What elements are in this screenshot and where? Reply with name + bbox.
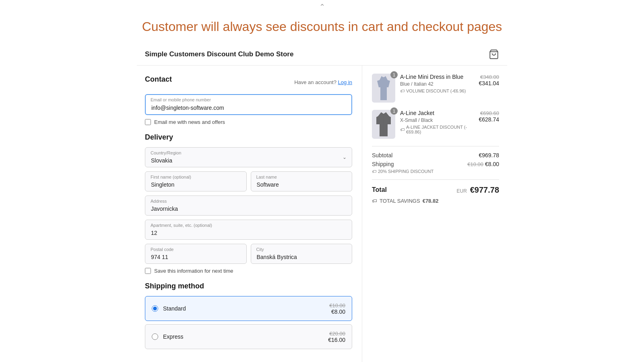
newsletter-checkbox[interactable] [145,119,151,125]
item-2-variant: X-Small / Black [400,117,474,123]
item-2-badge: 1 [390,107,398,115]
item-1-discounted-price: €341.04 [479,80,499,86]
shipping-method-title: Shipping method [145,282,352,290]
postal-city-row: Postal code City [145,244,352,264]
last-name-input[interactable] [251,171,353,191]
savings-label: TOTAL SAVINGS [380,198,420,204]
newsletter-label: Email me with news and offers [154,119,225,125]
shipping-prices-express: €20.00 €16.00 [328,330,345,343]
store-title: Simple Customers Discount Club Demo Stor… [145,50,293,58]
page-headline: Customer will always see discounts in ca… [0,11,644,45]
contact-title: Contact [145,75,172,84]
save-info-checkbox[interactable] [145,268,151,274]
item-2-discount: 🏷 A-LINE JACKET DISCOUNT (-€69.86) [400,125,474,134]
shipping-discounted-standard: €8.00 [329,309,345,315]
country-select[interactable]: Slovakia [145,147,352,167]
savings-row: 🏷 TOTAL SAVINGS €78.82 [372,198,499,204]
savings-icon: 🏷 [372,198,377,204]
save-info-label: Save this information for next time [154,268,233,274]
shipping-radio-express[interactable] [152,333,158,340]
discount-icon-2: 🏷 [400,127,405,132]
item-1-original-price: €348.00 [480,74,499,80]
jacket-icon [376,111,392,137]
divider-1 [372,146,499,146]
shipping-radio-standard[interactable] [152,305,158,312]
item-2-image-wrap: 1 [372,110,395,139]
address-field-group: Address [145,195,352,216]
divider-2 [372,179,499,180]
apt-field-group: Apartment, suite, etc. (optional) [145,220,352,240]
discount-icon-1: 🏷 [400,88,405,93]
email-input[interactable] [145,94,352,115]
postal-field-group: Postal code [145,244,247,264]
city-input[interactable] [251,244,353,264]
shipping-value-group: €10.00 €8.00 [467,161,499,167]
log-in-link[interactable]: Log in [338,79,352,85]
city-field-group: City [251,244,353,264]
shipping-summary-row: Shipping €10.00 €8.00 [372,161,499,167]
newsletter-checkbox-row: Email me with news and offers [145,119,352,125]
email-field-group: Email or mobile phone number [145,94,352,115]
dress-icon [376,75,392,101]
shipping-option-express[interactable]: Express €20.00 €16.00 [145,324,352,349]
subtotal-value: €969.78 [479,152,499,158]
order-item-2: 1 A-Line Jacket X-Small / Black 🏷 A-LINE… [372,110,499,139]
order-item-1: 1 A-Line Mini Dress in Blue Blue / Itali… [372,74,499,103]
savings-value: €78.82 [423,198,439,204]
item-2-discounted-price: €628.74 [479,116,499,123]
shipping-discount-note: 🏷 20% SHIPPING DISCOUNT [372,169,499,174]
save-info-checkbox-row: Save this information for next time [145,268,352,274]
subtotal-label: Subtotal [372,152,392,158]
shipping-label-standard: Standard [163,305,324,312]
shipping-original-express: €20.00 [329,331,345,337]
item-1-prices: €348.00 €341.04 [479,74,499,86]
item-1-image-wrap: 1 [372,74,395,103]
country-field-group: Country/Region Slovakia ⌄ [145,147,352,167]
last-name-field-group: Last name [251,171,353,191]
shipping-discount-icon: 🏷 [372,169,376,174]
left-panel: Contact Have an account? Log in Email or… [137,66,362,362]
cart-icon[interactable] [489,49,499,60]
name-row: First name (optional) Last name [145,171,352,191]
total-value-group: EUR €977.78 [456,185,499,195]
total-value: €977.78 [470,185,499,194]
store-header: Simple Customers Discount Club Demo Stor… [137,45,507,66]
item-1-details: A-Line Mini Dress in Blue Blue / Italian… [400,74,474,93]
main-layout: Contact Have an account? Log in Email or… [137,66,507,362]
order-summary-panel: 1 A-Line Mini Dress in Blue Blue / Itali… [362,66,507,362]
delivery-title: Delivery [145,133,352,142]
item-1-variant: Blue / Italian 42 [400,81,474,87]
shipping-summary-label: Shipping [372,161,394,167]
shipping-discounted-express: €16.00 [328,337,345,343]
apt-input[interactable] [145,220,352,240]
item-2-name: A-Line Jacket [400,110,474,116]
subtotal-row: Subtotal €969.78 [372,152,499,158]
item-2-original-price: €698.60 [480,110,499,116]
item-1-discount: 🏷 VOLUME DISCOUNT (-€6.96) [400,88,474,93]
first-name-field-group: First name (optional) [145,171,247,191]
contact-section: Contact Have an account? Log in Email or… [145,75,352,125]
shipping-method-section: Shipping method Standard €10.00 €8.00 Ex… [145,282,352,349]
delivery-section: Delivery Country/Region Slovakia ⌄ First… [145,133,352,274]
first-name-input[interactable] [145,171,247,191]
item-2-details: A-Line Jacket X-Small / Black 🏷 A-LINE J… [400,110,474,134]
scroll-up-arrow[interactable]: ⌃ [0,0,644,11]
have-account-text: Have an account? Log in [294,79,352,85]
shipping-option-standard[interactable]: Standard €10.00 €8.00 [145,296,352,321]
address-input[interactable] [145,195,352,216]
total-row: Total EUR €977.78 [372,185,499,195]
total-label: Total [372,186,387,193]
item-1-name: A-Line Mini Dress in Blue [400,74,474,80]
postal-input[interactable] [145,244,247,264]
item-2-prices: €698.60 €628.74 [479,110,499,123]
shipping-prices-standard: €10.00 €8.00 [329,302,345,315]
shipping-discounted-summary: €8.00 [485,161,499,167]
total-currency: EUR [456,188,466,194]
shipping-original-standard: €10.00 [329,302,345,309]
shipping-label-express: Express [163,333,323,340]
item-1-badge: 1 [390,71,398,78]
shipping-original-summary: €10.00 [467,161,483,167]
